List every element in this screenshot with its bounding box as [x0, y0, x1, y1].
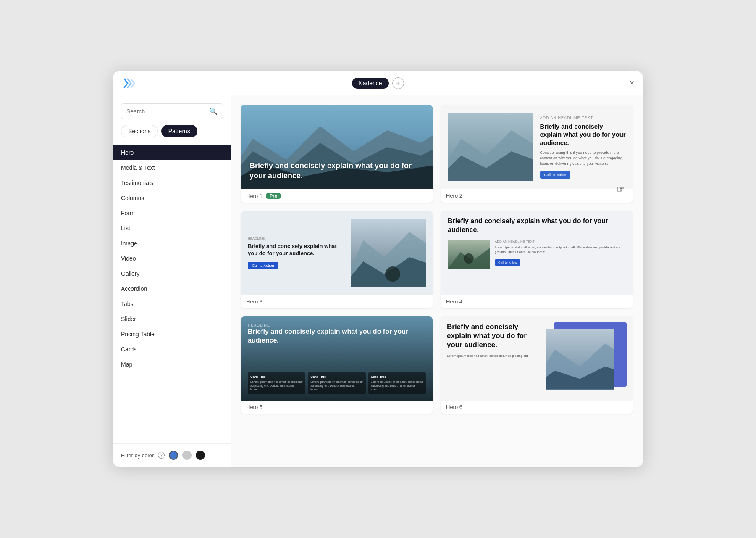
hero3-left: HEADLINE Briefly and concisely explain w…	[248, 237, 347, 270]
template-card-hero6[interactable]: Briefly and concisely explain what you d…	[441, 316, 633, 414]
hero2-title: Briefly and concisely explain what you d…	[540, 122, 626, 147]
color-filter-gray[interactable]	[182, 451, 192, 460]
hero4-preview: Briefly and concisely explain what you d…	[441, 211, 633, 295]
sidebar-top: 🔍 Sections Patterns	[113, 95, 231, 143]
hero5-card1: Card Title Lorem ipsum dolor sit amet, c…	[248, 372, 305, 394]
sidebar-item-testimonials[interactable]: Testimonials	[113, 175, 231, 190]
tab-row: Sections Patterns	[121, 125, 223, 137]
sidebar-item-cards[interactable]: Cards	[113, 342, 231, 357]
hero5-cards: Card Title Lorem ipsum dolor sit amet, c…	[248, 372, 426, 394]
color-filter-blue[interactable]	[169, 451, 178, 460]
tab-sections[interactable]: Sections	[121, 125, 158, 137]
hero2-label: Hero 2	[446, 193, 462, 199]
sidebar-item-columns[interactable]: Columns	[113, 190, 231, 206]
sidebar-item-hero[interactable]: Hero	[113, 145, 231, 160]
hero4-image	[448, 240, 490, 269]
hero6-big-title: Briefly and concisely explain what you d…	[447, 322, 541, 349]
hero4-right: ADD AN HEADLINE TEXT Lorem ipsum dolor s…	[495, 240, 626, 266]
sidebar-item-form[interactable]: Form	[113, 206, 231, 221]
hero2-body: Consider using this if you need to provi…	[540, 150, 626, 166]
hero5-card1-title: Card Title	[250, 375, 303, 379]
sidebar: 🔍 Sections Patterns Hero Media & Text Te…	[113, 95, 231, 467]
hero3-cta: Call to Action	[248, 262, 278, 269]
nav-list: Hero Media & Text Testimonials Columns F…	[113, 143, 231, 443]
hero6-img-photo	[546, 329, 614, 390]
hero6-image-container	[546, 322, 627, 394]
hero1-label: Hero 1	[246, 193, 262, 199]
hero4-label: Hero 4	[446, 298, 462, 305]
hero2-content: ADD AN HEADLINE TEXT Briefly and concise…	[540, 116, 626, 179]
template-card-hero4[interactable]: Briefly and concisely explain what you d…	[441, 211, 633, 308]
hero1-footer: Hero 1 Pro	[241, 189, 433, 203]
hero5-card2-text: Lorem ipsum dolor sit amet, consectetur …	[310, 380, 363, 391]
hero6-left: Briefly and concisely explain what you d…	[447, 322, 541, 361]
template-card-hero5[interactable]: HEADLINE Briefly and concisely explain w…	[241, 316, 433, 414]
sidebar-item-map[interactable]: Map	[113, 357, 231, 372]
search-icon: 🔍	[209, 107, 218, 115]
sidebar-item-list[interactable]: List	[113, 221, 231, 236]
sidebar-item-video[interactable]: Video	[113, 251, 231, 266]
filter-label: Filter by color	[121, 452, 154, 459]
close-button[interactable]: ×	[630, 79, 634, 87]
hero5-card1-text: Lorem ipsum dolor sit amet, consectetur …	[250, 380, 303, 391]
hero2-footer: Hero 2	[441, 189, 633, 202]
search-box[interactable]: 🔍	[121, 103, 223, 119]
hero2-subtitle: ADD AN HEADLINE TEXT	[540, 116, 626, 120]
sidebar-item-pricing-table[interactable]: Pricing Table	[113, 327, 231, 342]
hero5-label-footer: Hero 5	[246, 404, 262, 410]
svg-point-11	[385, 266, 400, 282]
svg-point-14	[464, 253, 474, 264]
hero4-big-title: Briefly and concisely explain what you d…	[448, 217, 626, 235]
sidebar-item-tabs[interactable]: Tabs	[113, 296, 231, 311]
hero6-label: Hero 6	[446, 404, 462, 410]
titlebar-center: Kadence +	[352, 77, 404, 89]
hero1-preview: Briefly and concisely explain what you d…	[241, 105, 433, 189]
hero5-footer: Hero 5	[241, 401, 433, 414]
sidebar-item-image[interactable]: Image	[113, 236, 231, 251]
hero4-cta: Call to follow	[495, 259, 520, 266]
hero2-image	[448, 113, 533, 181]
template-card-hero2[interactable]: ADD AN HEADLINE TEXT Briefly and concise…	[441, 105, 633, 203]
hero2-preview: ADD AN HEADLINE TEXT Briefly and concise…	[441, 105, 633, 189]
hero1-text: Briefly and concisely explain what you d…	[249, 161, 424, 181]
hero5-card3: Card Title Lorem ipsum dolor sit amet, c…	[368, 372, 426, 394]
color-filter-dark[interactable]	[196, 451, 205, 460]
hero5-label: HEADLINE	[248, 323, 426, 327]
main-window: Kadence + × 🔍 Sections Patterns Hero Med…	[113, 71, 643, 467]
main-content: 🔍 Sections Patterns Hero Media & Text Te…	[113, 95, 643, 467]
hero6-desc: Lorem ipsum dolor sit amet, consectetur …	[447, 353, 541, 358]
add-button[interactable]: +	[392, 77, 404, 89]
hero5-card2: Card Title Lorem ipsum dolor sit amet, c…	[308, 372, 365, 394]
app-badge: Kadence	[352, 78, 388, 89]
sidebar-item-media-text[interactable]: Media & Text	[113, 160, 231, 175]
tab-patterns[interactable]: Patterns	[161, 125, 197, 137]
hero3-preview: HEADLINE Briefly and concisely explain w…	[241, 211, 433, 295]
search-input[interactable]	[126, 108, 206, 115]
hero3-title: Briefly and concisely explain what you d…	[248, 243, 347, 257]
help-icon[interactable]: ?	[158, 452, 165, 459]
hero4-bottom: ADD AN HEADLINE TEXT Lorem ipsum dolor s…	[448, 240, 626, 269]
template-grid: Briefly and concisely explain what you d…	[241, 105, 633, 414]
logo	[122, 76, 137, 91]
hero2-cta: Call to Action	[540, 171, 571, 179]
template-card-hero3[interactable]: HEADLINE Briefly and concisely explain w…	[241, 211, 433, 308]
hero5-preview: HEADLINE Briefly and concisely explain w…	[241, 316, 433, 401]
hero5-title: Briefly and concisely explain what you d…	[248, 327, 426, 345]
hero3-image	[351, 219, 426, 287]
template-card-hero1[interactable]: Briefly and concisely explain what you d…	[241, 105, 433, 203]
titlebar: Kadence + ×	[113, 71, 643, 95]
hero1-pro-badge: Pro	[266, 193, 281, 199]
sidebar-item-slider[interactable]: Slider	[113, 311, 231, 327]
hero3-footer: Hero 3	[241, 295, 433, 308]
hero5-card3-title: Card Title	[371, 375, 423, 379]
hero6-preview: Briefly and concisely explain what you d…	[441, 316, 633, 401]
hero5-card3-text: Lorem ipsum dolor sit amet, consectetur …	[371, 380, 423, 391]
sidebar-item-accordion[interactable]: Accordion	[113, 281, 231, 296]
cursor-icon: ☞	[617, 184, 625, 195]
hero4-subtitle: ADD AN HEADLINE TEXT	[495, 240, 626, 243]
hero3-small-label: HEADLINE	[248, 237, 347, 240]
hero3-label: Hero 3	[246, 298, 262, 305]
hero5-top: HEADLINE Briefly and concisely explain w…	[248, 323, 426, 345]
hero5-card2-title: Card Title	[310, 375, 363, 379]
sidebar-item-gallery[interactable]: Gallery	[113, 266, 231, 281]
